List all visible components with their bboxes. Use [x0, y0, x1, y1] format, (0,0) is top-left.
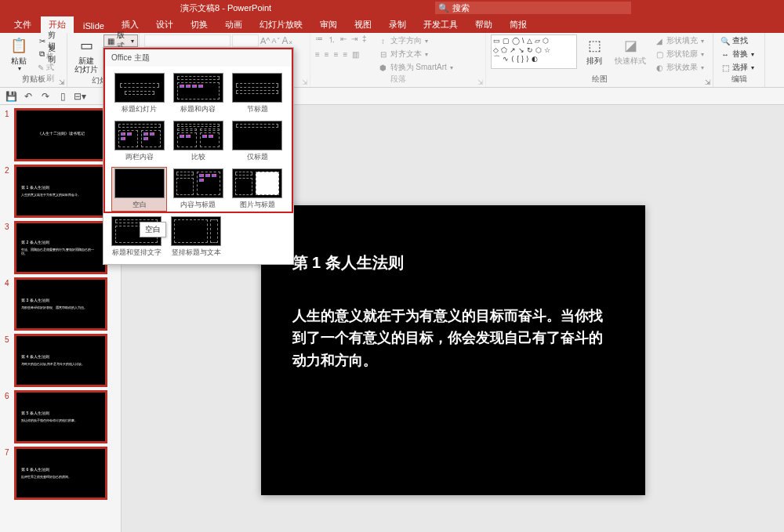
tab-briefing[interactable]: 简报 [502, 16, 535, 33]
thumbnail[interactable]: 第 1 条人生法则人生的意义就在于为有意义的目标而奋斗。 [16, 166, 106, 216]
shapes-gallery[interactable]: ▭▢◯\△▱⬡ ◇⬠↗↘↻⬡☆ ⌒∿⟨{}⟩◐ [491, 34, 577, 69]
current-slide[interactable]: 第 1 条人生法则 人生的意义就在于为有意义的目标而奋斗。当你找到了一个有意义的… [261, 205, 645, 495]
layout-content-caption[interactable]: 内容与标题 [170, 167, 226, 212]
redo-button[interactable]: ↷ [39, 90, 52, 103]
thumbnail[interactable]: 第 6 条人生法则批评世界之前先整理好自己的房间。 [16, 448, 106, 498]
ribbon-group-clipboard: 📋 粘贴 ▾ ✂剪切 ⧉复制 ✎格式刷 剪贴板 ⇲ [0, 33, 67, 87]
tab-developer[interactable]: 开发工具 [416, 16, 466, 33]
chevron-down-icon: ▾ [131, 38, 134, 45]
tab-view[interactable]: 视图 [347, 16, 379, 33]
layout-button[interactable]: ▦版式▾ [103, 34, 138, 47]
slideshow-button[interactable]: ▯ [56, 90, 69, 103]
shape-fill-button[interactable]: ◢形状填充▾ [652, 34, 706, 47]
arrange-button[interactable]: ⬚ 排列 [580, 34, 608, 67]
paste-button[interactable]: 📋 粘贴 ▾ [5, 34, 33, 74]
thumbnail[interactable]: 第 3 条人生法则与那些希望你好好表现、愿意帮助你的人为伍。 [16, 279, 106, 329]
save-button[interactable]: 💾 [5, 90, 17, 103]
align-left-icon[interactable]: ≡ [315, 50, 320, 59]
layout-dropdown-panel: Office 主题 标题幻灯片 标题和内容 节标题 两栏内容 比较 仅标题 空白… [103, 47, 294, 265]
dialog-launcher-icon[interactable]: ⇲ [59, 78, 65, 86]
layout-comparison[interactable]: 比较 [170, 119, 226, 164]
columns-icon[interactable]: ▥ [352, 50, 359, 59]
ribbon-group-paragraph: ≔⒈⇤⇥‡ ≡≡≡≡▥ ↕文字方向▾ ⊟对齐文本▾ ⬢转换为 SmartArt▾… [310, 33, 486, 87]
thumbnail-item[interactable]: 7第 6 条人生法则批评世界之前先整理好自己的房间。 [5, 448, 116, 498]
align-center-icon[interactable]: ≡ [325, 50, 329, 59]
font-shrink-icon[interactable]: A˅ [272, 37, 281, 45]
align-right-icon[interactable]: ≡ [334, 50, 339, 59]
ribbon-group-editing: 🔍查找 ↔替换▾ ⬚选择▾ 编辑 [713, 33, 765, 87]
document-title: 演示文稿8 - PowerPoint [180, 2, 271, 14]
quick-styles-button[interactable]: ◪ 快速样式 [612, 34, 649, 67]
dialog-launcher-icon[interactable]: ⇲ [705, 78, 711, 86]
justify-icon[interactable]: ≡ [343, 50, 348, 59]
tab-review[interactable]: 审阅 [312, 16, 345, 33]
thumbnail-item[interactable]: 2第 1 条人生法则人生的意义就在于为有意义的目标而奋斗。 [5, 166, 116, 216]
layout-icon: ▦ [107, 35, 115, 46]
slide-heading: 第 1 条人生法则 [292, 252, 614, 273]
align-text-icon: ⊟ [378, 49, 389, 60]
paste-icon: 📋 [9, 36, 28, 55]
align-text-button[interactable]: ⊟对齐文本▾ [376, 48, 455, 60]
layout-two-content[interactable]: 两栏内容 [111, 119, 167, 164]
group-label: 段落 [315, 74, 481, 85]
line-spacing-icon[interactable]: ‡ [362, 34, 367, 45]
font-grow-icon[interactable]: A^ [260, 36, 270, 45]
layout-picture-caption[interactable]: 图片与标题 [230, 167, 285, 212]
tab-islide[interactable]: iSlide [75, 19, 112, 33]
search-box[interactable]: 🔍 搜索 [435, 2, 631, 14]
clear-format-icon[interactable]: Aₓ [282, 35, 292, 46]
tab-file[interactable]: 文件 [6, 16, 39, 33]
new-slide-button[interactable]: ▭ 新建 幻灯片 [72, 34, 100, 75]
dialog-launcher-icon[interactable]: ⇲ [477, 78, 484, 86]
more-button[interactable]: ⊟▾ [74, 90, 86, 103]
thumbnail-item[interactable]: 6第 5 条人生法则别让你的孩子做任何令你讨厌他们的事。 [5, 392, 116, 442]
thumbnail-item[interactable]: 3第 2 条人生法则生活、照顾自己是很重要的行为,要做好照顾自己的一切。 [5, 223, 116, 273]
thumbnail[interactable]: 《人生十二法则》读书笔记 [16, 110, 106, 160]
find-icon: 🔍 [720, 35, 731, 46]
tab-record[interactable]: 录制 [381, 16, 414, 33]
shape-outline-button[interactable]: ▢形状轮廓▾ [652, 48, 706, 60]
thumbnail[interactable]: 第 4 条人生法则与昨天的自己比较,而不是与今天的他人比较。 [16, 335, 106, 385]
thumbnail-item[interactable]: 1《人生十二法则》读书笔记 [5, 110, 116, 160]
tab-animations[interactable]: 动画 [217, 16, 250, 33]
search-icon: 🔍 [438, 3, 449, 13]
bullets-icon[interactable]: ≔ [315, 34, 323, 45]
layout-vertical-title-text[interactable]: 竖排标题与文本 [169, 215, 223, 259]
text-direction-button[interactable]: ↕文字方向▾ [376, 34, 455, 47]
indent-dec-icon[interactable]: ⇤ [340, 34, 347, 45]
indent-inc-icon[interactable]: ⇥ [351, 34, 358, 45]
group-label: 绘图 [491, 74, 708, 85]
format-painter-button[interactable]: ✎格式刷 [36, 61, 62, 74]
thumbnail[interactable]: 第 5 条人生法则别让你的孩子做任何令你讨厌他们的事。 [16, 392, 106, 442]
thumbnail[interactable]: 第 2 条人生法则生活、照顾自己是很重要的行为,要做好照顾自己的一切。 [16, 223, 106, 273]
layout-title-only[interactable]: 仅标题 [230, 119, 285, 164]
shape-effects-button[interactable]: ◐形状效果▾ [652, 61, 706, 74]
tab-slideshow[interactable]: 幻灯片放映 [252, 16, 310, 33]
layout-title-slide[interactable]: 标题幻灯片 [111, 71, 167, 116]
layout-section-header[interactable]: 节标题 [230, 71, 285, 116]
cut-icon: ✂ [38, 35, 46, 46]
numbering-icon[interactable]: ⒈ [328, 34, 336, 45]
layout-tooltip: 空白 [140, 222, 166, 237]
layout-title-content[interactable]: 标题和内容 [170, 71, 226, 116]
font-family-select[interactable] [144, 34, 230, 47]
thumbnail-item[interactable]: 4第 3 条人生法则与那些希望你好好表现、愿意帮助你的人为伍。 [5, 279, 116, 329]
brush-icon: ✎ [38, 62, 45, 73]
slide-body: 人生的意义就在于为有意义的目标而奋斗。当你找到了一个有意义的目标，你会发现自己有… [292, 305, 614, 372]
tab-transitions[interactable]: 切换 [183, 16, 216, 33]
undo-button[interactable]: ↶ [22, 90, 34, 103]
dialog-launcher-icon[interactable]: ⇲ [302, 78, 308, 86]
group-label: 编辑 [718, 74, 760, 85]
select-icon: ⬚ [720, 62, 731, 73]
find-button[interactable]: 🔍查找 [718, 34, 756, 47]
font-size-select[interactable] [232, 34, 259, 47]
tab-help[interactable]: 帮助 [467, 16, 500, 33]
thumbnail-item[interactable]: 5第 4 条人生法则与昨天的自己比较,而不是与今天的他人比较。 [5, 335, 116, 385]
smartart-button[interactable]: ⬢转换为 SmartArt▾ [376, 61, 455, 74]
layout-blank[interactable]: 空白 [111, 167, 167, 212]
tab-design[interactable]: 设计 [148, 16, 181, 33]
replace-button[interactable]: ↔替换▾ [718, 48, 756, 60]
select-button[interactable]: ⬚选择▾ [718, 61, 756, 74]
title-bar: 演示文稿8 - PowerPoint 🔍 搜索 [0, 0, 784, 16]
layout-popup-header: Office 主题 [105, 49, 292, 67]
